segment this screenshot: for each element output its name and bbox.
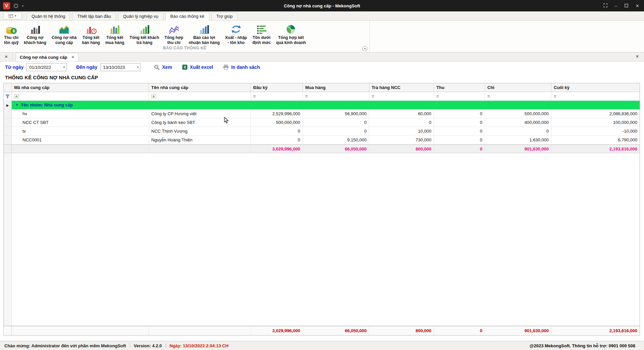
cell-dau-ky[interactable]: 0 [251,127,303,136]
minimize-icon[interactable]: – [615,4,617,8]
cell-mua-hang[interactable]: 0 [303,127,369,136]
ribbon-tab-tro-giup[interactable]: Trợ giúp [211,12,238,20]
cell-cuoi-ky[interactable]: -10,000 [551,127,640,136]
export-excel-button[interactable]: X Xuất excel [182,64,213,70]
column-header-tra-hang-ncc[interactable]: Trả hàng NCC [369,83,434,92]
from-date-value: 01/10/2022 [29,65,51,70]
grid-header-row: Mã nhà cung cấp Tên nhà cung cấp Đầu kỳ … [4,83,640,92]
version-text: Version: 4.2.0 [134,343,162,348]
cell-mua-hang[interactable]: 0 [303,118,369,127]
ribbon-collapse-button[interactable] [362,46,367,51]
column-header-mua-hang[interactable]: Mua hàng [303,83,369,92]
cell-ten-nha-cung-cap[interactable]: Nguyễn Hoàng Thiện [149,136,251,144]
cell-ma-nha-cung-cap[interactable]: NCC0001 [12,136,149,144]
grid-data-row: NCC0001 Nguyễn Hoàng Thiện 0 9,150,000 7… [4,136,640,144]
cell-thu[interactable]: 0 [434,110,485,118]
purchase-summary-chart-icon [109,23,120,35]
cell-thu[interactable]: 0 [434,127,485,136]
dropdown-icon[interactable]: ▾ [137,65,139,69]
cell-tra-hang-ncc[interactable]: 10,000 [369,127,434,136]
view-button[interactable]: Xem [154,64,172,70]
toolbar-button-tong-ket-mua-hang[interactable]: Tổng kếtmua hàng [103,22,127,46]
toolbar-button-tong-hop-ket-qua-kinh-doanh[interactable]: Tổng hợp kếtquả kinh doanh [273,22,309,46]
ribbon-launcher-button[interactable]: ▾ [3,12,22,19]
print-button[interactable]: In danh sách [223,64,260,70]
group-total-dau-ky: 3,029,996,000 [251,144,303,153]
cell-cuoi-ky[interactable]: 100,000,000 [551,118,640,127]
ribbon-tab-bar: ▾ Quản trị hệ thống Thiết lập ban đầu Qu… [0,11,644,20]
cell-chi[interactable]: 0 [485,127,551,136]
filter-cell-chi[interactable]: = [485,92,551,101]
cell-dau-ky[interactable]: 0 [251,136,303,144]
ribbon-tab-quan-ly-nghiep-vu[interactable]: Quản lý nghiệp vụ [118,12,163,20]
to-date-input[interactable]: 13/10/2023 ▾ [100,63,141,71]
column-header-ma-nha-cung-cap[interactable]: Mã nhà cung cấp [12,83,149,92]
cell-mua-hang[interactable]: 56,900,000 [303,110,369,118]
cell-cuoi-ky[interactable]: 6,790,000 [551,136,640,144]
collapse-group-icon[interactable]: ▼ [15,101,18,109]
column-header-cuoi-ky[interactable]: Cuối kỳ [551,83,640,92]
filter-cell-thu[interactable]: = [434,92,485,101]
cell-mua-hang[interactable]: 9,150,000 [303,136,369,144]
cell-tra-hang-ncc[interactable]: 0 [369,118,434,127]
toolbar-button-bao-cao-loi-nhuan-ban-hang[interactable]: Báo cáo lợinhuận bán hàng [186,22,222,46]
toolbar-button-tong-ket-khach-tra-hang[interactable]: Tổng kết kháchtrả hàng [127,22,162,46]
returns-summary-chart-icon [139,23,150,35]
filter-cell-dau-ky[interactable]: = [251,92,303,101]
tabbar-close-icon[interactable]: ✕ [636,54,644,61]
record-circle-icon[interactable] [14,4,18,8]
ribbon-tab-quan-tri-he-thong[interactable]: Quản trị hệ thống [26,12,70,20]
filter-row-indicator-cell [4,92,12,101]
toolbar-button-tong-ket-ban-hang[interactable]: Tổng kếtbán hàng [79,22,103,46]
tab-close-icon[interactable]: ✕ [71,55,74,59]
cell-ten-nha-cung-cap[interactable]: Công ty CP Hương việt [149,110,251,118]
cell-ma-nha-cung-cap[interactable]: tv [12,127,149,136]
report-title: THỐNG KÊ CÔNG NỢ NHÀ CUNG CẤP [0,73,644,83]
filter-cell-tra-hang-ncc[interactable]: = [369,92,434,101]
grand-total-mua-hang: 66,050,000 [303,326,369,335]
cell-chi[interactable]: 400,000,000 [485,118,551,127]
toolbar-button-xuat-nhap-ton-kho[interactable]: Xuất - nhập- tồn kho [222,22,250,46]
svg-text:$: $ [13,29,15,33]
column-header-thu[interactable]: Thu [434,83,485,92]
ribbon-tab-thiet-lap-ban-dau[interactable]: Thiết lập ban đầu [72,12,116,20]
cell-chi[interactable]: 500,000,000 [485,110,551,118]
filter-cell-mua-hang[interactable]: = [303,92,369,101]
dropdown-icon[interactable]: ▾ [63,65,65,69]
cell-thu[interactable]: 0 [434,118,485,127]
to-date-label: Đến ngày [76,64,97,70]
cell-dau-ky[interactable]: 2,529,996,000 [251,110,303,118]
column-header-chi[interactable]: Chi [485,83,551,92]
close-all-tabs-button[interactable]: ✕ [0,52,13,61]
from-date-input[interactable]: 01/10/2022 ▾ [26,63,67,71]
filter-cell-ma[interactable]: A [12,92,149,101]
maximize-icon[interactable] [625,4,628,8]
app-logo-icon[interactable]: V [3,2,10,9]
cell-ten-nha-cung-cap[interactable]: NCC Thịnh Vượng [149,127,251,136]
titlebar-menu-chevron-icon[interactable]: ▾ [22,4,23,8]
cell-dau-ky[interactable]: 500,000,000 [251,118,303,127]
cell-tra-hang-ncc[interactable]: 60,000 [369,110,434,118]
toolbar-button-cong-no-nha-cung-cap[interactable]: Công nợ nhàcung cấp [49,22,79,46]
cell-ma-nha-cung-cap[interactable]: hv [12,110,149,118]
cell-ten-nha-cung-cap[interactable]: Công ty bánh kẹo SBT [149,118,251,127]
ribbon-tab-bao-cao-thong-ke[interactable]: Báo cáo thống kê [165,12,209,20]
toolbar-button-thu-chi-ton-quy[interactable]: $ Thu chitồn quỹ [1,22,21,46]
cell-ma-nha-cung-cap[interactable]: NCC CT SBT [12,118,149,127]
equals-operator-icon: = [305,92,308,100]
column-header-dau-ky[interactable]: Đầu kỳ [251,83,303,92]
toolbar-button-ton-duoi-dinh-muc[interactable]: Tồn dướiđịnh mức [250,22,273,46]
cell-chi[interactable]: 1,630,000 [485,136,551,144]
filter-cell-ten[interactable]: A [149,92,251,101]
group-row-band[interactable]: ▼ Tên nhóm: Nhà cung cấp [12,101,640,110]
cell-cuoi-ky[interactable]: 2,086,836,000 [551,110,640,118]
fullscreen-icon[interactable] [603,3,607,8]
document-tab-cong-no-nha-cung-cap[interactable]: Công nợ nhà cung cấp ✕ [16,53,78,61]
close-icon[interactable]: ✕ [636,4,639,8]
toolbar-button-tong-hop-thu-chi[interactable]: Tổng hợpthu chi [162,22,186,46]
toolbar-button-cong-no-khach-hang[interactable]: Công nợkhách hàng [21,22,49,46]
cell-tra-hang-ncc[interactable]: 730,000 [369,136,434,144]
cell-thu[interactable]: 0 [434,136,485,144]
filter-cell-cuoi-ky[interactable]: = [551,92,640,101]
column-header-ten-nha-cung-cap[interactable]: Tên nhà cung cấp [149,83,251,92]
